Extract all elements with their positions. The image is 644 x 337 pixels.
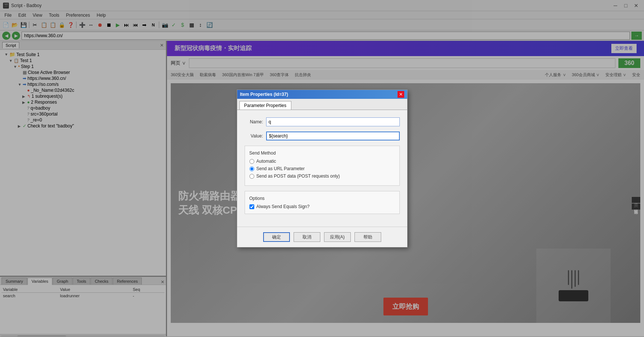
value-label: Value: bbox=[245, 133, 263, 139]
radio-url-input[interactable] bbox=[249, 166, 254, 171]
apply-button[interactable]: 应用(A) bbox=[324, 232, 351, 242]
modal-footer: 确定 取消 应用(A) 帮助 bbox=[237, 227, 407, 247]
name-row: Name: bbox=[245, 117, 400, 126]
name-label: Name: bbox=[245, 119, 263, 124]
radio-post: Send as POST data (POST requests only) bbox=[249, 174, 395, 179]
options-title: Options bbox=[249, 196, 395, 201]
modal-tabs: Parameter Properties bbox=[237, 99, 407, 110]
confirm-button[interactable]: 确定 bbox=[263, 232, 290, 242]
radio-automatic-input[interactable] bbox=[249, 159, 254, 164]
radio-url-label: Send as URL Parameter bbox=[256, 166, 305, 171]
radio-post-label: Send as POST data (POST requests only) bbox=[256, 174, 340, 179]
modal-title-bar: Item Properties (Id=37) ✕ bbox=[237, 90, 407, 99]
modal-body: Name: Value: Send Method Automatic Send … bbox=[237, 110, 407, 227]
send-method-title: Send Method bbox=[249, 150, 395, 156]
options-section: Options Always Send Equals Sign? bbox=[245, 191, 400, 214]
checkbox-equals: Always Send Equals Sign? bbox=[249, 204, 395, 209]
send-method-section: Send Method Automatic Send as URL Parame… bbox=[245, 146, 400, 186]
value-input[interactable] bbox=[266, 132, 400, 140]
modal-close-button[interactable]: ✕ bbox=[398, 91, 404, 98]
help-button[interactable]: 帮助 bbox=[354, 232, 381, 242]
checkbox-equals-input[interactable] bbox=[249, 204, 254, 209]
radio-url: Send as URL Parameter bbox=[249, 166, 395, 171]
modal-tab-parameter[interactable]: Parameter Properties bbox=[239, 101, 291, 110]
radio-automatic-label: Automatic bbox=[256, 159, 276, 164]
name-input[interactable] bbox=[266, 117, 400, 126]
value-row: Value: bbox=[245, 132, 400, 140]
radio-automatic: Automatic bbox=[249, 159, 395, 164]
cancel-button[interactable]: 取消 bbox=[294, 232, 320, 242]
modal-overlay: Item Properties (Id=37) ✕ Parameter Prop… bbox=[0, 0, 644, 337]
item-properties-modal: Item Properties (Id=37) ✕ Parameter Prop… bbox=[237, 90, 408, 247]
radio-post-input[interactable] bbox=[249, 174, 254, 179]
checkbox-equals-label: Always Send Equals Sign? bbox=[256, 204, 310, 209]
modal-title: Item Properties (Id=37) bbox=[240, 92, 288, 97]
